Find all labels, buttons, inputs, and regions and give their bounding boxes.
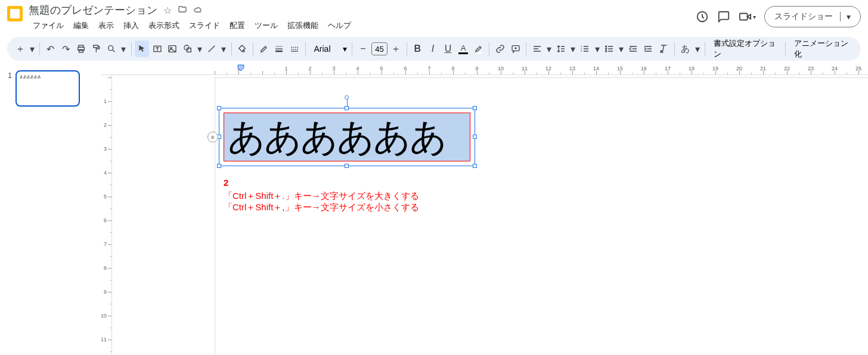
input-method-button[interactable]: あ [678, 41, 693, 57]
annotation-2-line1: 「Ctrl＋Shift＋.」キー→文字サイズを大きくする [224, 190, 419, 202]
slideshow-dropdown-icon[interactable]: ▾ [840, 12, 851, 21]
redo-button[interactable]: ↷ [59, 41, 73, 57]
textbox-selection[interactable]: ああああああ ≡ [219, 108, 475, 166]
fill-color-button[interactable] [235, 41, 249, 57]
menu-edit[interactable]: 編集 [69, 18, 93, 33]
annotation-2-number: 2 [224, 177, 419, 189]
numbered-list-button[interactable]: 123 [578, 41, 593, 57]
font-size-decrease-button[interactable]: − [356, 41, 370, 57]
title-area: 無題のプレゼンテーション ☆ ファイル 編集 表示 挿入 表示形式 スライド 配… [29, 4, 696, 33]
increase-indent-button[interactable] [641, 41, 656, 57]
text-color-button[interactable]: A [456, 41, 470, 57]
slide-canvas[interactable]: 1 ああああああ ≡ 2 [215, 77, 868, 355]
annotation-2: 2 「Ctrl＋Shift＋.」キー→文字サイズを大きくする 「Ctrl＋Shi… [224, 177, 419, 213]
select-tool-button[interactable] [135, 41, 149, 57]
resize-handle-br[interactable] [473, 164, 477, 168]
vertical-ruler[interactable]: 123456789101112 [101, 75, 112, 355]
slide-number: 1 [4, 71, 12, 80]
new-slide-dropdown-icon[interactable]: ▾ [29, 41, 36, 57]
image-button[interactable] [166, 41, 180, 57]
font-size-input[interactable]: 45 [371, 42, 388, 55]
menu-arrange[interactable]: 配置 [225, 18, 249, 33]
zoom-button[interactable] [104, 41, 119, 57]
resize-handle-tm[interactable] [345, 106, 349, 110]
format-options-button[interactable]: 書式設定オプション [709, 38, 782, 60]
history-icon[interactable] [696, 10, 709, 23]
textbox-button[interactable] [150, 41, 165, 57]
star-icon[interactable]: ☆ [163, 5, 172, 16]
textbox-text[interactable]: ああああああ [224, 112, 446, 162]
workspace: 1 ああああああ 1123456789101112131415161718192… [0, 64, 868, 355]
svg-rect-1 [740, 14, 748, 20]
decrease-indent-button[interactable] [626, 41, 640, 57]
menu-slide[interactable]: スライド [185, 18, 224, 33]
underline-button[interactable]: U [441, 41, 455, 57]
cloud-status-icon[interactable] [193, 5, 203, 16]
new-slide-button[interactable]: ＋ [13, 41, 27, 57]
border-color-button[interactable] [257, 41, 271, 57]
resize-handle-tr[interactable] [473, 106, 477, 110]
font-size-increase-button[interactable]: ＋ [389, 41, 403, 57]
svg-point-18 [605, 51, 606, 52]
header: 無題のプレゼンテーション ☆ ファイル 編集 表示 挿入 表示形式 スライド 配… [0, 0, 868, 33]
undo-button[interactable]: ↶ [44, 41, 58, 57]
toolbar: ＋ ▾ ↶ ↷ ▾ ▾ ▾ [7, 37, 861, 61]
resize-handle-mr[interactable] [473, 135, 477, 139]
resize-handle-bm[interactable] [345, 164, 349, 168]
bullet-list-button[interactable] [602, 41, 616, 57]
menu-help[interactable]: ヘルプ [324, 18, 355, 33]
meet-icon[interactable]: ▾ [739, 10, 756, 23]
horizontal-ruler[interactable]: 1123456789101112131415161718192021222324… [101, 64, 868, 75]
comment-icon[interactable] [717, 10, 730, 23]
svg-rect-5 [93, 45, 98, 48]
slide-thumbnail[interactable]: ああああああ [16, 70, 80, 107]
bold-button[interactable]: B [411, 41, 425, 57]
align-button[interactable] [530, 41, 544, 57]
svg-text:3: 3 [581, 49, 583, 52]
font-family-label: Arial [314, 44, 330, 54]
shape-button[interactable] [181, 41, 195, 57]
insert-link-button[interactable] [493, 41, 507, 57]
line-button[interactable] [204, 41, 219, 57]
move-folder-icon[interactable] [178, 5, 187, 16]
text-fit-handle-icon[interactable]: ≡ [207, 132, 218, 142]
filmstrip: 1 ああああああ [0, 64, 101, 355]
highlight-color-button[interactable] [472, 41, 486, 57]
shape-dropdown-icon[interactable]: ▾ [196, 41, 204, 57]
svg-point-16 [605, 46, 606, 47]
italic-button[interactable]: I [426, 41, 440, 57]
textbox-inner: ああああああ [224, 113, 470, 161]
line-dropdown-icon[interactable]: ▾ [220, 41, 228, 57]
menubar: ファイル 編集 表示 挿入 表示形式 スライド 配置 ツール 拡張機能 ヘルプ [29, 18, 696, 33]
svg-point-17 [605, 48, 606, 49]
line-spacing-button[interactable] [554, 41, 568, 57]
align-dropdown-icon[interactable]: ▾ [545, 41, 553, 57]
menu-view[interactable]: 表示 [94, 18, 118, 33]
slideshow-button[interactable]: スライドショー ▾ [764, 6, 861, 27]
ruler-indent-marker-icon[interactable] [237, 64, 244, 73]
annotation-2-line2: 「Ctrl＋Shift＋,」キー→文字サイズを小さくする [224, 201, 419, 213]
menu-format[interactable]: 表示形式 [144, 18, 184, 33]
menu-file[interactable]: ファイル [29, 18, 68, 33]
slides-logo-icon [7, 6, 23, 21]
resize-handle-tl[interactable] [217, 106, 221, 110]
border-weight-button[interactable] [272, 41, 286, 57]
thumbnail-preview-text: ああああああ [20, 74, 76, 80]
font-family-select[interactable]: Arial ▾ [309, 44, 348, 54]
rotate-handle[interactable] [345, 95, 349, 99]
svg-point-6 [108, 46, 113, 51]
animation-button[interactable]: アニメーション化 [789, 38, 855, 60]
menu-insert[interactable]: 挿入 [119, 18, 143, 33]
slide-thumbnail-row: 1 ああああああ [4, 70, 101, 107]
resize-handle-bl[interactable] [217, 164, 221, 168]
chevron-down-icon: ▾ [343, 44, 347, 54]
menu-tools[interactable]: ツール [250, 18, 282, 33]
clear-format-button[interactable] [656, 41, 671, 57]
insert-comment-button[interactable] [509, 41, 523, 57]
print-button[interactable] [74, 41, 88, 57]
document-title[interactable]: 無題のプレゼンテーション [29, 3, 157, 17]
border-dash-button[interactable] [287, 41, 302, 57]
paint-format-button[interactable] [89, 41, 104, 57]
menu-extensions[interactable]: 拡張機能 [283, 18, 323, 33]
zoom-dropdown-icon[interactable]: ▾ [120, 41, 128, 57]
